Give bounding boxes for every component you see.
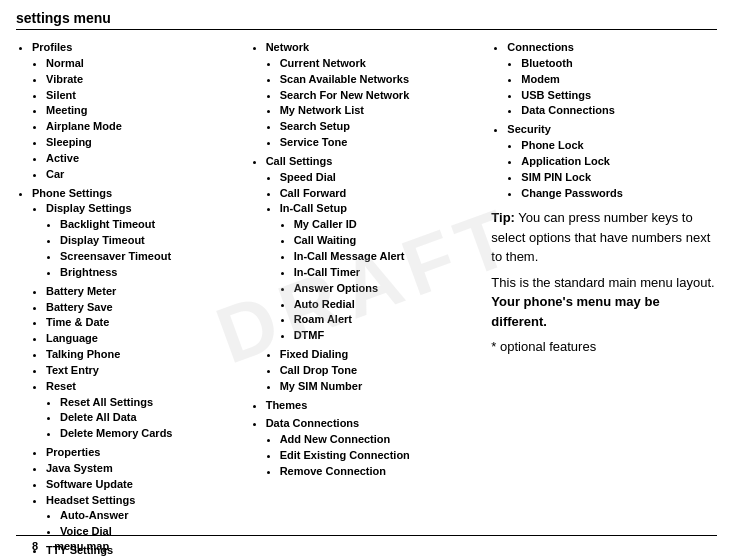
list-item: USB Settings: [521, 88, 717, 103]
list-item: Add New Connection: [280, 432, 476, 447]
section-heading: SecurityPhone LockApplication LockSIM PI…: [507, 122, 717, 200]
list-item: Language: [46, 331, 242, 346]
list-item: Answer Options: [294, 281, 476, 296]
list-item: Modem: [521, 72, 717, 87]
list-item: Reset All Settings: [60, 395, 242, 410]
list-item: Call Drop Tone: [280, 363, 476, 378]
list-item: DTMF: [294, 328, 476, 343]
list-item: Screensaver Timeout: [60, 249, 242, 264]
list-item: Change Passwords: [521, 186, 717, 201]
list-item: Search For New Network: [280, 88, 476, 103]
list-item: Bluetooth: [521, 56, 717, 71]
list-item: Application Lock: [521, 154, 717, 169]
list-item: Display Timeout: [60, 233, 242, 248]
content-area: ProfilesNormalVibrateSilentMeetingAirpla…: [16, 36, 717, 560]
list-item: My Caller ID: [294, 217, 476, 232]
list-item: Vibrate: [46, 72, 242, 87]
tip-text-2: This is the standard main menu layout. Y…: [491, 273, 717, 332]
tip-label: Tip:: [491, 210, 515, 225]
list-item: In-Call SetupMy Caller IDCall WaitingIn-…: [280, 201, 476, 343]
list-item: Active: [46, 151, 242, 166]
list-item: My Network List: [280, 103, 476, 118]
list-item: Properties: [46, 445, 242, 460]
section-heading: Phone SettingsDisplay SettingsBacklight …: [32, 186, 242, 558]
list-item: In-Call Timer: [294, 265, 476, 280]
list-item: Search Setup: [280, 119, 476, 134]
column-2: NetworkCurrent NetworkScan Available Net…: [250, 36, 484, 560]
list-item: Brightness: [60, 265, 242, 280]
list-item: Headset SettingsAuto-AnswerVoice Dial: [46, 493, 242, 540]
tip-text-1: Tip: You can press number keys to select…: [491, 208, 717, 267]
section-heading: Data ConnectionsAdd New ConnectionEdit E…: [266, 416, 476, 478]
list-item: Backlight Timeout: [60, 217, 242, 232]
list-item: Remove Connection: [280, 464, 476, 479]
list-item: Phone Lock: [521, 138, 717, 153]
list-item: Sleeping: [46, 135, 242, 150]
list-item: Text Entry: [46, 363, 242, 378]
list-item: Service Tone: [280, 135, 476, 150]
page-title: settings menu: [16, 10, 717, 30]
list-item: Edit Existing Connection: [280, 448, 476, 463]
list-item: My SIM Number: [280, 379, 476, 394]
list-item: Display SettingsBacklight TimeoutDisplay…: [46, 201, 242, 279]
list-item: Software Update: [46, 477, 242, 492]
list-item: Call Forward: [280, 186, 476, 201]
list-item: Java System: [46, 461, 242, 476]
footer-number: 8: [32, 540, 38, 552]
tip-optional: * optional features: [491, 337, 717, 357]
section-heading: NetworkCurrent NetworkScan Available Net…: [266, 40, 476, 150]
list-item: Fixed Dialing: [280, 347, 476, 362]
list-item: Call Waiting: [294, 233, 476, 248]
tip-box: Tip: You can press number keys to select…: [491, 208, 717, 357]
list-item: Speed Dial: [280, 170, 476, 185]
column-3: ConnectionsBluetoothModemUSB SettingsDat…: [483, 36, 717, 560]
list-item: Auto-Answer: [60, 508, 242, 523]
list-item: Silent: [46, 88, 242, 103]
list-item: ResetReset All SettingsDelete All DataDe…: [46, 379, 242, 441]
list-item: Car: [46, 167, 242, 182]
list-item: Battery Meter: [46, 284, 242, 299]
list-item: Delete Memory Cards: [60, 426, 242, 441]
list-item: Auto Redial: [294, 297, 476, 312]
list-item: Scan Available Networks: [280, 72, 476, 87]
column-1: ProfilesNormalVibrateSilentMeetingAirpla…: [16, 36, 250, 560]
list-item: Meeting: [46, 103, 242, 118]
list-item: Normal: [46, 56, 242, 71]
tip-text-2-bold: Your phone's menu may be different.: [491, 294, 659, 329]
list-item: SIM PIN Lock: [521, 170, 717, 185]
list-item: Delete All Data: [60, 410, 242, 425]
section-heading: Call SettingsSpeed DialCall ForwardIn-Ca…: [266, 154, 476, 394]
list-item: Roam Alert: [294, 312, 476, 327]
list-item: Time & Date: [46, 315, 242, 330]
list-item: Talking Phone: [46, 347, 242, 362]
footer-label: menu map: [54, 540, 109, 552]
section-heading: ConnectionsBluetoothModemUSB SettingsDat…: [507, 40, 717, 118]
section-heading: Themes: [266, 398, 476, 413]
list-item: Current Network: [280, 56, 476, 71]
list-item: Airplane Mode: [46, 119, 242, 134]
section-heading: ProfilesNormalVibrateSilentMeetingAirpla…: [32, 40, 242, 182]
list-item: Data Connections: [521, 103, 717, 118]
list-item: Battery Save: [46, 300, 242, 315]
footer: 8menu map: [16, 535, 717, 552]
list-item: In-Call Message Alert: [294, 249, 476, 264]
